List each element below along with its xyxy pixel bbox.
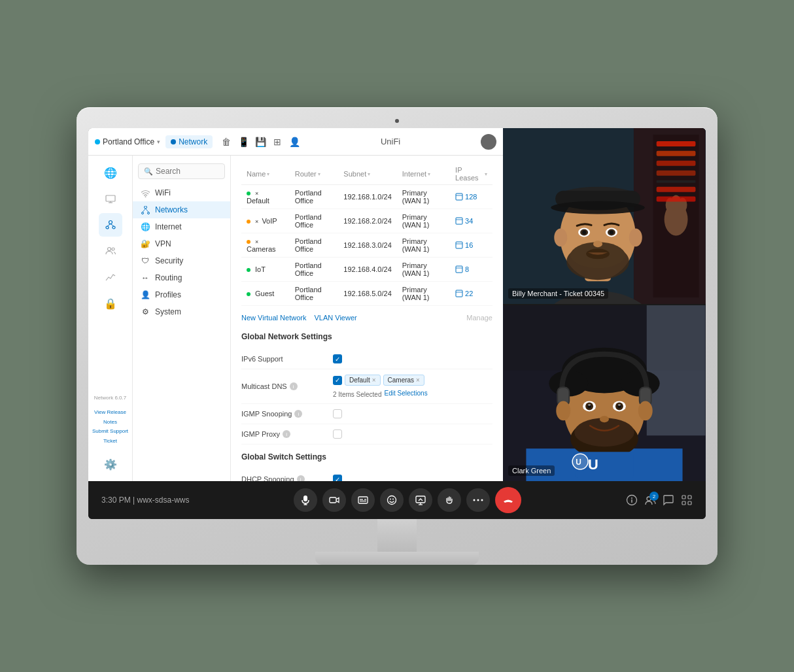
svg-rect-112	[682, 496, 685, 499]
col-subnet-sort[interactable]: Subnet ▾	[343, 170, 370, 178]
more-options-button[interactable]	[466, 488, 490, 512]
sidebar-item-system[interactable]: ⚙ System	[133, 303, 230, 320]
monitor: Portland Office ▾ Network 🗑 📱 💾 ⊞	[77, 107, 717, 565]
trash-icon[interactable]: 🗑	[220, 136, 232, 148]
location-name: Portland Office	[103, 137, 154, 146]
multicast-checkbox[interactable]	[333, 376, 342, 385]
apps-button[interactable]	[681, 494, 693, 506]
multicast-info-icon[interactable]: i	[290, 382, 298, 390]
user-avatar[interactable]	[481, 134, 496, 150]
video-panels: Billy Merchant - Ticket 00345	[503, 128, 706, 481]
app-body: 🌐	[88, 156, 503, 481]
grid-icon[interactable]: ⊞	[271, 136, 283, 148]
manage-button[interactable]: Manage	[466, 314, 492, 322]
tag-default-remove[interactable]: ×	[372, 377, 376, 384]
sidebar-icon-devices[interactable]	[99, 187, 122, 210]
table-row[interactable]: × VoIP Portland Office 192.168.2.0/24 Pr…	[241, 209, 492, 233]
nav-vpn-label: VPN	[155, 239, 171, 248]
igmp-proxy-info-icon[interactable]: i	[283, 430, 290, 438]
dhcp-snooping-info-icon[interactable]: i	[297, 475, 305, 481]
tag-cameras-remove[interactable]: ×	[416, 377, 420, 384]
col-router-sort[interactable]: Router ▾	[295, 170, 320, 178]
tablet-icon[interactable]: 💾	[254, 136, 266, 148]
selected-count: 2 Items Selected	[333, 391, 381, 398]
dhcp-snooping-label: DHCP Snooping i	[241, 475, 333, 481]
col-internet-sort[interactable]: Internet ▾	[402, 170, 430, 178]
igmp-proxy-row: IGMP Proxy i	[241, 424, 492, 445]
present-button[interactable]	[409, 488, 432, 512]
table-row[interactable]: × Default Portland Office 192.168.1.0/24…	[241, 185, 492, 209]
svg-rect-20	[456, 242, 462, 248]
svg-point-8	[107, 248, 111, 251]
sidebar-item-routing[interactable]: ↔ Routing	[133, 269, 230, 286]
sidebar-item-networks[interactable]: Networks	[133, 201, 230, 218]
security-icon: 🛡	[141, 256, 150, 265]
active-tab-network[interactable]: Network	[165, 135, 213, 148]
edit-selections-link[interactable]: Edit Selections	[384, 390, 427, 397]
camera-button[interactable]	[322, 488, 346, 512]
profiles-icon: 👤	[141, 290, 150, 299]
sidebar-item-vpn[interactable]: 🔐 VPN	[133, 235, 230, 252]
end-call-button[interactable]	[495, 487, 521, 513]
release-notes-link[interactable]: View Release Notes	[91, 408, 129, 427]
billy-label: Billy Merchant - Ticket 00345	[508, 288, 608, 299]
search-input[interactable]	[156, 167, 219, 176]
support-ticket-link[interactable]: Submit Support Ticket	[91, 427, 129, 446]
igmp-snooping-label: IGMP Snooping i	[241, 410, 333, 418]
svg-rect-24	[456, 290, 462, 297]
table-row[interactable]: Guest Portland Office 192.168.5.0/24 Pri…	[241, 282, 492, 306]
multicast-control: Default × Cameras ×	[333, 375, 492, 398]
search-box[interactable]: 🔍	[138, 163, 225, 179]
emoji-button[interactable]	[380, 488, 404, 512]
table-row[interactable]: IoT Portland Office 192.168.4.0/24 Prima…	[241, 258, 492, 282]
svg-point-106	[481, 499, 483, 501]
igmp-snooping-checkbox[interactable]	[333, 409, 342, 418]
dhcp-snooping-control	[333, 475, 492, 481]
chat-button[interactable]	[663, 494, 674, 506]
igmp-proxy-checkbox[interactable]	[333, 429, 342, 439]
svg-rect-114	[682, 501, 685, 505]
svg-point-82	[618, 404, 621, 406]
sidebar-icon-analytics[interactable]	[99, 265, 122, 289]
svg-point-4	[106, 226, 109, 229]
svg-rect-22	[456, 266, 462, 273]
ipv6-checkbox[interactable]	[333, 354, 342, 363]
sidebar-item-profiles[interactable]: 👤 Profiles	[133, 286, 230, 303]
info-button[interactable]	[626, 494, 638, 506]
sidebar-icon-globe[interactable]: 🌐	[99, 161, 122, 184]
svg-line-6	[107, 224, 111, 227]
sidebar-icon-users[interactable]	[99, 239, 122, 263]
sidebar-icon-shield[interactable]: 🔒	[99, 292, 122, 315]
internet-icon: 🌐	[141, 222, 150, 231]
top-bar-icons: 🗑 📱 💾 ⊞ 👤	[220, 136, 300, 148]
sidebar-icon-network[interactable]	[99, 213, 122, 237]
svg-point-45	[554, 228, 567, 246]
wifi-icon	[141, 188, 150, 197]
svg-rect-52	[657, 141, 696, 146]
camera-dot	[395, 119, 399, 123]
table-row[interactable]: × Cameras Portland Office 192.168.3.0/24…	[241, 233, 492, 258]
new-virtual-network-link[interactable]: New Virtual Network	[241, 314, 306, 322]
col-name-sort[interactable]: Name ▾	[247, 170, 269, 178]
igmp-snooping-info-icon[interactable]: i	[294, 410, 302, 418]
microphone-button[interactable]	[294, 488, 317, 512]
location-badge[interactable]: Portland Office ▾	[95, 137, 160, 146]
raise-hand-button[interactable]	[438, 488, 461, 512]
dhcp-snooping-row: DHCP Snooping i	[241, 469, 492, 481]
svg-point-78	[588, 404, 591, 406]
col-ip-leases-sort[interactable]: IP Leases ▾	[455, 166, 487, 182]
sidebar-icon-settings[interactable]: ⚙️	[99, 452, 122, 476]
captions-button[interactable]	[351, 488, 375, 512]
mobile-icon[interactable]: 📱	[237, 136, 249, 148]
participants-button[interactable]: 2	[644, 494, 656, 506]
vlan-viewer-link[interactable]: VLAN Viewer	[314, 314, 356, 322]
sidebar: 🌐	[88, 156, 133, 481]
person-add-icon[interactable]: 👤	[288, 136, 300, 148]
monitor-stand	[88, 519, 706, 565]
sidebar-item-wifi[interactable]: WiFi	[133, 184, 230, 201]
dhcp-snooping-checkbox[interactable]	[333, 475, 342, 481]
svg-text:U: U	[576, 458, 581, 467]
svg-point-85	[638, 401, 653, 420]
sidebar-item-internet[interactable]: 🌐 Internet	[133, 218, 230, 235]
sidebar-item-security[interactable]: 🛡 Security	[133, 252, 230, 269]
